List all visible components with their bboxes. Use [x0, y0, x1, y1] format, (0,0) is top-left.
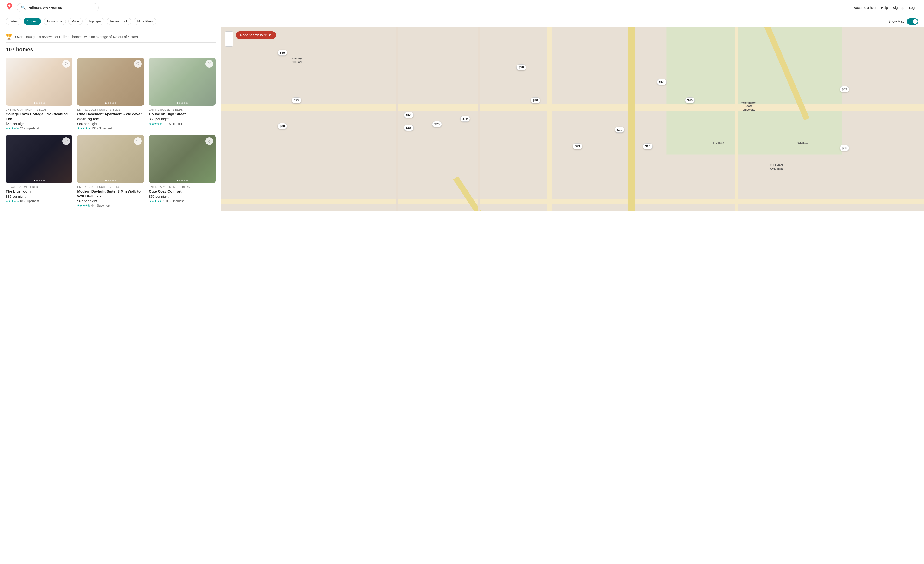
filter-trip-type[interactable]: Trip type [85, 18, 104, 25]
superhost-badge: · Superhost [97, 127, 112, 130]
dot [110, 102, 111, 104]
dot [34, 180, 35, 181]
dot [110, 180, 111, 181]
price-pin[interactable]: $40 [685, 97, 694, 103]
price-pin[interactable]: $75 [292, 97, 301, 103]
wishlist-button[interactable]: ♡ [134, 137, 142, 145]
zoom-out-button[interactable]: − [225, 39, 233, 47]
listing-rating: ★★★★★ 160 · Superhost [149, 199, 216, 203]
show-map-container: Show Map [888, 18, 918, 24]
image-dots [105, 180, 116, 181]
superhost-badge: · Superhost [167, 122, 182, 125]
price-pin[interactable]: $80 [531, 97, 540, 103]
filter-home-type[interactable]: Home type [44, 18, 66, 25]
dot [44, 102, 45, 104]
header: 🔍 Become a host Help Sign up Log in [0, 0, 924, 15]
price-pin[interactable]: $65 [840, 145, 849, 151]
wishlist-button[interactable]: ♡ [206, 137, 213, 145]
listing-type: ENTIRE GUEST SUITE · 2 BEDS [77, 185, 144, 188]
image-dots [177, 180, 188, 181]
listing-card[interactable]: ♡ ENTIRE GUEST SUITE · 3 BEDS Cute Basem… [77, 57, 144, 130]
sign-up-link[interactable]: Sign up [893, 6, 904, 10]
listing-price: $65 per night [149, 117, 216, 121]
main-container: 🏆 Over 2,600 guest reviews for Pullman h… [0, 27, 924, 211]
wishlist-button[interactable]: ♡ [62, 137, 70, 145]
dot [184, 102, 185, 104]
dot [112, 102, 114, 104]
stars: ★★★★★ [149, 122, 162, 125]
wishlist-button[interactable]: ♡ [62, 60, 70, 68]
price-pin[interactable]: $73 [573, 143, 582, 149]
listing-type: ENTIRE APARTMENT · 2 BEDS [149, 185, 216, 188]
dot [34, 102, 35, 104]
filter-bar: Dates 1 guest Home type Price Trip type … [0, 15, 924, 27]
listing-card[interactable]: ♡ ENTIRE APARTMENT · 2 BEDS College Town… [6, 57, 72, 130]
listing-card[interactable]: ♡ ENTIRE GUEST SUITE · 2 BEDS Modern Day… [77, 135, 144, 208]
price-pin[interactable]: $35 [278, 50, 287, 56]
price-pin[interactable]: $75 [432, 121, 442, 127]
redo-search-button[interactable]: Redo search here ↺ [236, 31, 276, 39]
superhost-badge: · Superhost [169, 199, 184, 203]
map-label-military-park: Military Hill Park [292, 57, 302, 64]
filter-price[interactable]: Price [68, 18, 83, 25]
listing-card[interactable]: ♡ PRIVATE ROOM · 1 BED The blue room $35… [6, 135, 72, 208]
wishlist-button[interactable]: ♡ [134, 60, 142, 68]
price-pin[interactable]: $65 [404, 112, 414, 118]
airbnb-logo[interactable] [6, 3, 13, 12]
toggle-knob [913, 19, 918, 24]
log-in-link[interactable]: Log in [909, 6, 918, 10]
superhost-badge: · Superhost [96, 204, 110, 208]
filter-more-filters[interactable]: More filters [134, 18, 156, 25]
image-dots [105, 102, 116, 104]
become-host-link[interactable]: Become a host [854, 6, 876, 10]
help-link[interactable]: Help [881, 6, 888, 10]
dot [115, 102, 116, 104]
wishlist-button[interactable]: ♡ [206, 60, 213, 68]
dot [39, 102, 40, 104]
header-nav: Become a host Help Sign up Log in [854, 6, 918, 10]
search-icon: 🔍 [21, 5, 26, 10]
price-pin[interactable]: $75 [460, 116, 470, 122]
dot [179, 102, 180, 104]
dot [115, 180, 116, 181]
listing-image: ♡ [6, 57, 72, 106]
trophy-icon: 🏆 [6, 34, 12, 40]
listing-card[interactable]: ♡ ENTIRE APARTMENT · 2 BEDS Cute Cozy Co… [149, 135, 216, 208]
search-input[interactable] [28, 6, 94, 10]
map-panel[interactable]: + − Redo search here ↺ $35 $50 $45 $67 $… [221, 27, 924, 211]
dot [36, 180, 38, 181]
listing-image: ♡ [77, 57, 144, 106]
show-map-label: Show Map [888, 20, 904, 23]
dot [177, 102, 178, 104]
price-pin[interactable]: $50 [516, 64, 526, 70]
price-pin[interactable]: $80 [278, 123, 287, 129]
filter-dates[interactable]: Dates [6, 18, 21, 25]
review-count: 160 [163, 199, 168, 203]
redo-search-label: Redo search here [240, 33, 267, 37]
redo-icon: ↺ [269, 33, 272, 37]
price-pin[interactable]: $45 [657, 79, 666, 85]
superhost-badge: · Superhost [24, 199, 39, 203]
map-label-whitlow: Whitlow [797, 141, 807, 145]
listing-rating: ★★★★½ 18 · Superhost [6, 199, 72, 203]
review-count: 78 [163, 122, 166, 125]
left-panel: 🏆 Over 2,600 guest reviews for Pullman h… [0, 27, 221, 211]
listing-rating: ★★★★★ 78 · Superhost [149, 122, 216, 125]
map-container[interactable]: + − Redo search here ↺ $35 $50 $45 $67 $… [221, 27, 924, 211]
listing-rating: ★★★★★ 236 · Superhost [77, 127, 144, 130]
filter-1-guest[interactable]: 1 guest [24, 18, 41, 25]
filter-instant-book[interactable]: Instant Book [106, 18, 131, 25]
listing-title: The blue room [6, 189, 72, 194]
price-pin[interactable]: $67 [840, 86, 849, 92]
show-map-toggle[interactable] [907, 18, 918, 24]
listing-rating: ★★★★½ 42 · Superhost [6, 127, 72, 130]
price-pin[interactable]: $65 [404, 125, 414, 131]
price-pin[interactable]: $20 [615, 127, 624, 133]
zoom-in-button[interactable]: + [225, 31, 233, 39]
dot [182, 180, 183, 181]
search-bar[interactable]: 🔍 [17, 3, 99, 12]
listing-card[interactable]: ♡ ENTIRE HOUSE · 2 BEDS House on High St… [149, 57, 216, 130]
dot [105, 102, 106, 104]
listing-rating: ★★★★½ 44 · Superhost [77, 204, 144, 208]
price-pin[interactable]: $60 [643, 143, 652, 149]
